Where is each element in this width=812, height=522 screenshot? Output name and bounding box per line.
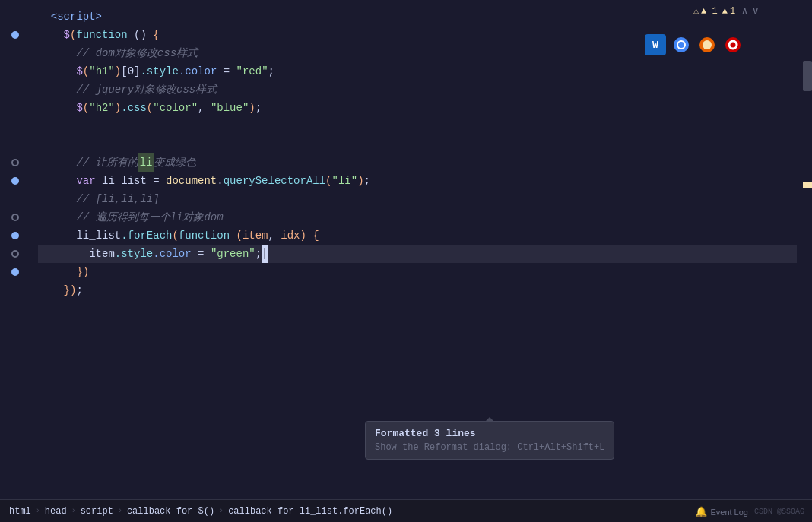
bracket-0: [0] — [121, 62, 140, 81]
color-prop: .color — [179, 62, 217, 81]
opera-browser-icon[interactable] — [722, 34, 744, 55]
nav-up-arrow[interactable]: ∧ — [740, 5, 749, 17]
tooltip-subtitle: Show the Reformat dialog: Ctrl+Alt+Shift… — [375, 442, 604, 453]
error-indicator[interactable]: ▲ 1 — [722, 6, 735, 17]
comment-traverse: // 遍历得到每一个li对象dom — [76, 208, 223, 226]
space-var: li_list = — [96, 172, 166, 190]
breakpoint-dot-2[interactable] — [11, 177, 19, 185]
breadcrumb-script: script — [81, 506, 113, 517]
indent5 — [38, 81, 76, 99]
breadcrumb-sep-2: › — [71, 507, 76, 515]
gutter-line-11 — [0, 190, 30, 208]
gutter-line-5 — [0, 81, 30, 99]
paren-query-close: ) — [357, 172, 363, 190]
gutter-line-9 — [0, 153, 30, 172]
str-green: "green" — [211, 245, 255, 263]
queryselectorall-method: querySelectorAll — [224, 172, 325, 190]
gutter — [0, 8, 30, 499]
scrollbar-thumb[interactable] — [803, 61, 812, 91]
comment-li-green: // 让所有的 — [76, 153, 138, 172]
indent9 — [38, 153, 76, 172]
indent13 — [38, 226, 76, 245]
indent6 — [38, 99, 76, 117]
breadcrumb-head-label: head — [45, 506, 67, 517]
gutter-line-7 — [0, 117, 30, 135]
code-line-8 — [38, 135, 797, 153]
circle-indicator-3 — [11, 250, 19, 258]
space: () — [128, 26, 154, 44]
tooltip-title: Formatted 3 lines — [375, 428, 604, 439]
open-brace: { — [153, 26, 159, 44]
code-line-6: $("h2").css("color", "blue"); — [38, 99, 797, 117]
gutter-line-12 — [0, 208, 30, 226]
close-brace-func: } — [64, 281, 70, 299]
indent3 — [38, 44, 76, 62]
top-warning-bar: ⚠ ▲ 1 ▲ 1 ∧ ∨ — [687, 0, 766, 22]
gutter-line-4 — [0, 62, 30, 81]
script-tag: <script> — [51, 8, 102, 26]
paren-params-open: ( — [236, 226, 242, 245]
var-keyword: var — [76, 172, 95, 190]
warning-count: ▲ 1 — [701, 6, 718, 17]
event-log-button[interactable]: 🔔 Event Log — [695, 506, 748, 517]
paren-params-close: ) — [300, 226, 306, 245]
item-obj: item — [89, 245, 115, 263]
firefox-browser-icon[interactable] — [696, 34, 718, 55]
breadcrumb-html-label: html — [9, 506, 31, 517]
gutter-line-15 — [0, 263, 30, 281]
breakpoint-dot[interactable] — [11, 31, 19, 39]
code-line-5: // jquery对象修改css样式 — [38, 81, 797, 99]
breadcrumb-html: html — [9, 506, 31, 517]
paren-open-h2: ( — [83, 99, 89, 117]
nav-arrows: ∧ ∨ — [740, 5, 760, 17]
indent12 — [38, 208, 76, 226]
code-line-9: // 让所有的li变成绿色 — [38, 153, 797, 172]
breakpoint-dot-4[interactable] — [11, 268, 19, 276]
code-line-7 — [38, 117, 797, 135]
open-brace-foreach: { — [312, 226, 319, 245]
dollar-h2: $ — [76, 99, 82, 117]
paren-query-open: ( — [325, 172, 331, 190]
param-idx: idx — [281, 226, 300, 245]
dot-query: . — [217, 172, 223, 190]
ie-browser-icon[interactable]: W — [645, 34, 666, 55]
gutter-line-1 — [0, 8, 30, 26]
paren-close-h2: ) — [115, 99, 121, 117]
paren-foreach-open: ( — [172, 226, 178, 245]
semicolon-green: ; — [255, 245, 262, 263]
close-brace-foreach: }) — [76, 263, 89, 281]
warning-indicator[interactable]: ⚠ ▲ 1 — [693, 5, 718, 17]
format-tooltip: Formatted 3 lines Show the Reformat dial… — [365, 421, 614, 460]
code-line-12: // 遍历得到每一个li对象dom — [38, 208, 797, 226]
indent10 — [38, 172, 76, 190]
error-count: 1 — [730, 6, 735, 17]
breadcrumb-sep-1: › — [36, 507, 40, 515]
semicolon-3: ; — [364, 172, 370, 190]
paren-css-close: ) — [249, 99, 255, 117]
open-paren: ( — [70, 26, 76, 44]
svg-point-6 — [729, 41, 737, 49]
str-h1: "h1" — [89, 62, 115, 81]
browser-icons-bar: W — [645, 34, 744, 55]
code-line-14: item.style.color = "green";| — [38, 245, 797, 263]
scrollbar-track[interactable] — [803, 0, 812, 499]
event-log-icon: 🔔 — [695, 506, 707, 517]
nav-down-arrow[interactable]: ∨ — [751, 5, 760, 17]
warning-icon: ⚠ — [693, 5, 699, 17]
breadcrumb-callback-foreach: callback for li_list.forEach() — [228, 506, 392, 517]
event-log-label: Event Log — [710, 508, 748, 517]
indent2 — [38, 26, 64, 44]
svg-point-4 — [703, 40, 712, 49]
li-highlight: li — [138, 153, 154, 172]
breadcrumb-callback-foreach-label: callback for li_list.forEach() — [228, 506, 392, 517]
code-line-10: var li_list = document.querySelectorAll(… — [38, 172, 797, 190]
indent14 — [38, 245, 89, 263]
error-icon: ▲ — [722, 6, 728, 17]
gutter-line-10 — [0, 172, 30, 190]
breakpoint-dot-3[interactable] — [11, 232, 19, 239]
editor: ⚠ ▲ 1 ▲ 1 ∧ ∨ W — [0, 0, 812, 522]
str-h2: "h2" — [89, 99, 115, 117]
chrome-browser-icon[interactable] — [671, 34, 692, 55]
code-line-16: }); — [38, 281, 797, 299]
str-blue: "blue" — [211, 99, 249, 117]
